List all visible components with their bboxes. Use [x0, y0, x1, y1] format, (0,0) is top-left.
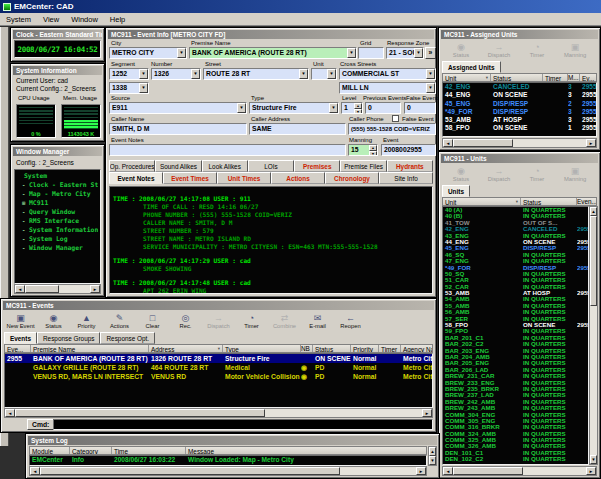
tab-event-times[interactable]: Event Times [163, 172, 217, 184]
timer-button[interactable]: ◔ Timer [518, 41, 556, 61]
new-event-button[interactable]: ▣ New Event [4, 312, 37, 332]
tree-item-query-window[interactable]: -Query Window [17, 208, 98, 217]
system-log-titlebar[interactable]: System Log [28, 436, 437, 445]
chevron-down-icon[interactable]: ▼ [139, 69, 148, 79]
tab-unit-times[interactable]: Unit Times [217, 172, 271, 184]
status-button[interactable]: ◉ Status [442, 165, 480, 185]
chevron-down-icon[interactable]: ▼ [139, 83, 148, 93]
previous-events-field[interactable]: 0 [365, 102, 401, 114]
tab-chronology[interactable]: Chronology [325, 172, 379, 184]
tab-units[interactable]: Units [442, 185, 470, 197]
chevron-down-icon[interactable]: ▼ [426, 69, 435, 79]
event-number-field[interactable]: 2008002955 [381, 144, 436, 156]
dispatch-button[interactable]: → Dispatch [480, 165, 518, 185]
number-select[interactable]: 1326 ▼ [151, 68, 201, 80]
system-log-vscrollbar[interactable]: ▲ ▼ [428, 446, 437, 466]
spin-down-icon[interactable]: ▼ [354, 109, 362, 114]
tree-item-system[interactable]: System [17, 172, 98, 181]
scroll-left-icon[interactable]: ◄ [15, 285, 25, 293]
tab-look-alikes[interactable]: Look Alikes [202, 160, 248, 172]
tab-assigned-units[interactable]: Assigned Units [442, 61, 501, 73]
events-titlebar[interactable]: MC911 - Events [3, 301, 434, 310]
caller-address-field[interactable]: SAME [249, 123, 346, 135]
cross-street-2-select[interactable]: MILL LN ▼ [339, 82, 436, 94]
spin-down-icon[interactable]: ▼ [369, 151, 377, 156]
assigned-units-titlebar[interactable]: MC911 - Assigned Units [441, 30, 598, 39]
menu-window[interactable]: Window [65, 13, 104, 25]
event-notes-log[interactable]: TIME : 2008/06/27 14:17:08 USER : 911TIM… [109, 186, 433, 294]
system-log-hscrollbar[interactable]: ◄ ► [29, 466, 427, 476]
tab-site-info[interactable]: Site Info [379, 172, 433, 184]
clear-button[interactable]: □ Clear [136, 312, 169, 332]
level-stepper[interactable]: 1 ▲▼ [341, 102, 363, 114]
caller-name-field[interactable]: SMITH, D M [109, 123, 247, 135]
tab-event-notes[interactable]: Event Notes [109, 172, 163, 184]
tab-response-groups[interactable]: Response Groups [37, 332, 101, 344]
tree-item-window-manager[interactable]: -Window Manager [17, 244, 98, 253]
assigned-units-hscrollbar[interactable]: ◄ ► [442, 138, 597, 148]
city-select[interactable]: METRO CITY ▼ [109, 47, 187, 59]
tab-op-procedures[interactable]: Op. Procedures [109, 160, 155, 172]
timer-button[interactable]: ◔ Timer [518, 165, 556, 185]
scroll-right-icon[interactable]: ► [586, 139, 596, 147]
event-info-titlebar[interactable]: MC911 - Event Info [METRO CITY FD] [108, 30, 434, 39]
timer-button[interactable]: ◔ Timer [235, 312, 268, 332]
window-tree-hscrollbar[interactable]: ◄ ► [14, 284, 101, 294]
chevron-down-icon[interactable]: ▼ [414, 48, 423, 58]
street-select[interactable]: ROUTE 28 RT ▼ [203, 68, 309, 80]
caller-phone-field[interactable]: (555) 555-1528 COID=VERIZ [348, 123, 436, 135]
chevron-down-icon[interactable]: ▼ [177, 48, 186, 58]
scroll-down-icon[interactable]: ▼ [590, 455, 597, 464]
scroll-down-icon[interactable]: ▼ [429, 456, 436, 465]
events-hscrollbar[interactable]: ◄ ► [4, 408, 433, 418]
tab-premises[interactable]: Premises [294, 160, 340, 172]
source-select[interactable]: E911 ▼ [109, 102, 247, 114]
chevron-down-icon[interactable]: ▼ [329, 103, 338, 113]
zone-more-button[interactable]: » [425, 47, 436, 59]
chevron-down-icon[interactable]: ▼ [191, 69, 200, 79]
tree-item-mc911[interactable]: ⊞MC911 [17, 199, 98, 208]
reopen-button[interactable]: ← Reopen [334, 312, 367, 332]
priority-button[interactable]: ▲ Priority [70, 312, 103, 332]
chevron-down-icon[interactable]: ▼ [347, 48, 356, 58]
false-events-field[interactable]: 0 [404, 102, 436, 114]
unit-select[interactable]: ▼ [311, 68, 337, 80]
actions-button[interactable]: ✎ Actions [103, 312, 136, 332]
tab-lois[interactable]: LOIs [248, 160, 294, 172]
scroll-left-icon[interactable]: ◄ [5, 409, 15, 417]
event-notes-input[interactable] [109, 144, 346, 156]
email-button[interactable]: ✉ E-mail [301, 312, 334, 332]
false-event-checkbox[interactable] [392, 115, 399, 122]
tree-item-clock[interactable]: -Clock - Eastern Standard Ti [17, 181, 98, 190]
rec-button[interactable]: ◎ Rec. [169, 312, 202, 332]
chevron-down-icon[interactable]: ▼ [299, 69, 308, 79]
menu-system[interactable]: System [0, 13, 37, 25]
manning-button[interactable]: ▣ Manning [556, 41, 594, 61]
scroll-up-icon[interactable]: ▲ [429, 447, 436, 456]
segment-select[interactable]: 1252 ▼ [109, 68, 149, 80]
dispatch-button[interactable]: → Dispatch [202, 312, 235, 332]
grid-field[interactable] [358, 47, 384, 59]
dispatch-button[interactable]: → Dispatch [480, 41, 518, 61]
type-select[interactable]: Structure Fire ▼ [249, 102, 339, 114]
manning-button[interactable]: ▣ Manning [556, 165, 594, 185]
premise-select[interactable]: BANK OF AMERICA (ROUTE 28 RT) ▼ [189, 47, 357, 59]
scroll-right-icon[interactable]: ► [90, 285, 100, 293]
tree-item-system-information[interactable]: -System Information [17, 226, 98, 235]
units-vscrollbar[interactable]: ▲ ▼ [589, 206, 598, 465]
status-button[interactable]: ◉ Status [442, 41, 480, 61]
menu-help[interactable]: Help [104, 13, 131, 25]
scroll-up-icon[interactable]: ▲ [590, 207, 597, 216]
tree-item-map[interactable]: -Map - Metro City [17, 190, 98, 199]
scroll-right-icon[interactable]: ► [422, 409, 432, 417]
clock-titlebar[interactable]: Clock - Eastern Standard Time [13, 30, 102, 39]
tab-hydrants[interactable]: Hydrants [387, 160, 433, 172]
scroll-left-icon[interactable]: ◄ [443, 139, 453, 147]
units-hscrollbar[interactable]: ◄ ► [442, 466, 597, 476]
scroll-left-icon[interactable]: ◄ [30, 467, 40, 475]
scroll-left-icon[interactable]: ◄ [443, 467, 453, 475]
zone-select[interactable]: 21 - SOUTH ▼ [386, 47, 424, 59]
app-titlebar[interactable]: EMCenter: CAD [0, 0, 601, 13]
tab-actions[interactable]: Actions [271, 172, 325, 184]
menu-view[interactable]: View [37, 13, 65, 25]
